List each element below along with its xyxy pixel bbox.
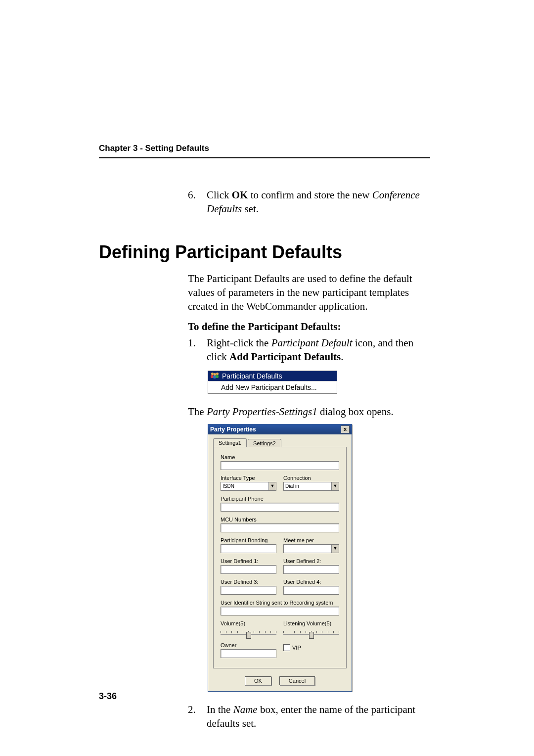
header-rule bbox=[99, 157, 430, 158]
connection-select[interactable]: Dial in ▼ bbox=[283, 482, 339, 491]
tab-settings1[interactable]: Settings1 bbox=[213, 438, 247, 447]
step-number: 2. bbox=[188, 703, 207, 731]
label-vip: VIP bbox=[292, 645, 301, 651]
label-user-defined-4: User Defined 4: bbox=[283, 579, 339, 585]
section-heading: Defining Participant Defaults bbox=[99, 242, 430, 263]
tab-settings2[interactable]: Settings2 bbox=[248, 439, 281, 447]
interface-type-select[interactable]: ISDN ▼ bbox=[221, 482, 276, 491]
context-menu-selected-label: Participant Defaults bbox=[222, 372, 282, 380]
dialog-titlebar: Party Properties x bbox=[208, 425, 352, 434]
user-identifier-input[interactable] bbox=[221, 607, 339, 615]
cancel-button[interactable]: Cancel bbox=[279, 676, 315, 685]
page-number: 3-36 bbox=[99, 691, 117, 702]
close-icon[interactable]: x bbox=[341, 425, 350, 433]
dialog-title: Party Properties bbox=[210, 426, 256, 433]
user-defined-3-input[interactable] bbox=[221, 586, 276, 595]
interface-type-value: ISDN bbox=[221, 482, 268, 490]
listening-volume-slider[interactable] bbox=[283, 628, 339, 637]
procedure-heading: To define the Participant Defaults: bbox=[188, 321, 430, 333]
step-text: Click OK to confirm and store the new Co… bbox=[207, 188, 430, 216]
dialog-panel: Name Interface Type ISDN ▼ Connection bbox=[213, 447, 347, 668]
post-context-text: The Party Properties-Settings1 dialog bo… bbox=[188, 405, 430, 419]
checkbox-icon bbox=[283, 644, 290, 651]
chevron-down-icon: ▼ bbox=[331, 482, 339, 490]
participants-icon bbox=[211, 373, 219, 379]
ok-literal: OK bbox=[232, 189, 248, 201]
label-connection: Connection bbox=[283, 475, 339, 481]
dialog-button-row: OK Cancel bbox=[208, 673, 352, 691]
step-6: 6. Click OK to confirm and store the new… bbox=[188, 188, 430, 216]
label-user-defined-3: User Defined 3: bbox=[221, 579, 276, 585]
tab-strip: Settings1 Settings2 bbox=[213, 438, 352, 447]
step-2: 2. In the Name box, enter the name of th… bbox=[188, 703, 430, 731]
step-text: Right-click the Participant Default icon… bbox=[207, 336, 430, 364]
slider-thumb-icon[interactable] bbox=[246, 632, 251, 639]
participant-phone-input[interactable] bbox=[221, 503, 339, 512]
user-defined-1-input[interactable] bbox=[221, 565, 276, 574]
running-head: Chapter 3 - Setting Defaults bbox=[99, 143, 209, 153]
meet-me-per-select[interactable]: ▼ bbox=[283, 544, 339, 553]
user-defined-4-input[interactable] bbox=[283, 586, 339, 595]
party-properties-dialog: Party Properties x Settings1 Settings2 N… bbox=[208, 424, 352, 692]
context-menu: Participant Defaults Add New Participant… bbox=[208, 371, 337, 394]
intro-paragraph: The Participant Defaults are used to def… bbox=[188, 272, 430, 314]
participant-default-em: Participant Default bbox=[271, 337, 353, 349]
label-interface-type: Interface Type bbox=[221, 475, 276, 481]
step-text: In the Name box, enter the name of the p… bbox=[207, 703, 430, 731]
label-participant-bonding: Participant Bonding bbox=[221, 537, 276, 543]
label-listening-volume: Listening Volume(5) bbox=[283, 620, 339, 626]
context-menu-selected[interactable]: Participant Defaults bbox=[208, 371, 337, 381]
page: Chapter 3 - Setting Defaults 6. Click OK… bbox=[0, 0, 534, 756]
body-column: 6. Click OK to confirm and store the new… bbox=[99, 188, 430, 733]
label-mcu-numbers: MCU Numbers bbox=[221, 517, 339, 522]
label-volume: Volume(5) bbox=[221, 620, 276, 626]
context-menu-item-add-new[interactable]: Add New Participant Defaults... bbox=[208, 381, 337, 393]
volume-slider[interactable] bbox=[221, 628, 276, 637]
slider-thumb-icon[interactable] bbox=[309, 632, 314, 639]
ok-button[interactable]: OK bbox=[245, 676, 271, 685]
label-owner: Owner bbox=[221, 642, 276, 648]
mcu-numbers-input[interactable] bbox=[221, 523, 339, 532]
step-1: 1. Right-click the Participant Default i… bbox=[188, 336, 430, 364]
connection-value: Dial in bbox=[284, 482, 331, 490]
name-em: Name bbox=[233, 704, 258, 715]
chevron-down-icon: ▼ bbox=[268, 482, 276, 490]
name-input[interactable] bbox=[221, 461, 339, 470]
label-user-defined-2: User Defined 2: bbox=[283, 558, 339, 564]
label-user-defined-1: User Defined 1: bbox=[221, 558, 276, 564]
label-user-identifier: User Identifier String sent to Recording… bbox=[221, 600, 339, 606]
user-defined-2-input[interactable] bbox=[283, 565, 339, 574]
participant-bonding-input[interactable] bbox=[221, 544, 276, 553]
vip-checkbox[interactable]: VIP bbox=[283, 644, 339, 651]
step-number: 1. bbox=[188, 336, 207, 364]
label-participant-phone: Participant Phone bbox=[221, 496, 339, 502]
chevron-down-icon: ▼ bbox=[331, 545, 339, 553]
label-meet-me-per: Meet me per bbox=[283, 537, 339, 543]
owner-input[interactable] bbox=[221, 649, 276, 658]
label-name: Name bbox=[221, 454, 339, 460]
party-properties-em: Party Properties-Settings1 bbox=[207, 406, 317, 418]
step-number: 6. bbox=[188, 188, 207, 216]
add-participant-defaults-bold: Add Participant Defaults bbox=[229, 351, 341, 363]
